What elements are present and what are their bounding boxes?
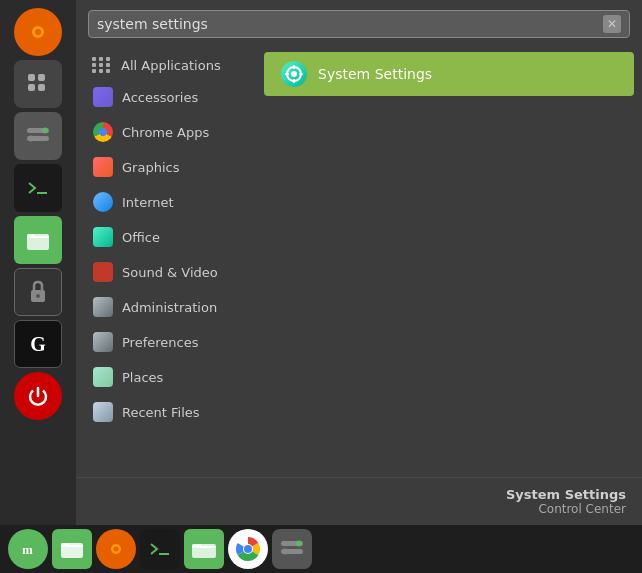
taskbar-firefox[interactable] xyxy=(96,529,136,569)
toggle-icon xyxy=(25,126,51,146)
power-icon xyxy=(26,384,50,408)
grid-icon xyxy=(92,57,111,73)
appgrid-icon xyxy=(25,71,51,97)
status-subtitle: Control Center xyxy=(538,502,626,516)
system-settings-icon xyxy=(281,61,307,87)
category-office[interactable]: Office xyxy=(80,220,252,254)
files-icon xyxy=(25,228,51,252)
toggle-tb-icon xyxy=(279,539,305,559)
category-all-applications[interactable]: All Applications xyxy=(80,51,252,79)
svg-rect-5 xyxy=(28,84,35,91)
taskbar-folder[interactable] xyxy=(184,529,224,569)
dock-files[interactable] xyxy=(14,216,62,264)
svg-text:m: m xyxy=(22,542,33,557)
category-chrome-apps[interactable]: Chrome Apps xyxy=(80,115,252,149)
recent-files-icon xyxy=(93,402,113,422)
mint-icon: m xyxy=(15,536,41,562)
svg-rect-3 xyxy=(28,74,35,81)
status-bar: System Settings Control Center xyxy=(76,477,642,525)
svg-point-14 xyxy=(36,294,40,298)
taskbar-files[interactable] xyxy=(52,529,92,569)
chrome-tb-icon xyxy=(234,535,262,563)
status-title: System Settings xyxy=(506,487,626,502)
dock-appgrid[interactable] xyxy=(14,60,62,108)
taskbar-terminal[interactable] xyxy=(140,529,180,569)
svg-rect-6 xyxy=(38,84,45,91)
terminal-tb-icon xyxy=(148,540,172,558)
category-sound-video[interactable]: Sound & Video xyxy=(80,255,252,289)
places-icon xyxy=(93,367,113,387)
svg-point-2 xyxy=(35,29,41,35)
internet-icon xyxy=(93,192,113,212)
graphics-icon xyxy=(93,157,113,177)
search-bar: system settings ✕ xyxy=(88,10,630,38)
preferences-icon xyxy=(93,332,113,352)
dock-lock[interactable] xyxy=(14,268,62,316)
svg-rect-17 xyxy=(293,65,295,69)
svg-rect-20 xyxy=(299,73,303,75)
lock-icon xyxy=(28,280,48,304)
sound-video-icon xyxy=(93,262,113,282)
office-icon xyxy=(93,227,113,247)
category-preferences[interactable]: Preferences xyxy=(80,325,252,359)
search-results: System Settings xyxy=(256,46,642,477)
result-system-settings[interactable]: System Settings xyxy=(264,52,634,96)
terminal-icon xyxy=(25,178,51,198)
svg-rect-18 xyxy=(293,79,295,83)
menu-panel: system settings ✕ All Applications xyxy=(76,0,642,525)
dock-terminal[interactable] xyxy=(14,164,62,212)
svg-rect-4 xyxy=(38,74,45,81)
taskbar-chrome[interactable] xyxy=(228,529,268,569)
dock: G xyxy=(0,0,76,525)
chrome-apps-icon xyxy=(93,122,113,142)
category-graphics[interactable]: Graphics xyxy=(80,150,252,184)
svg-point-33 xyxy=(296,541,302,547)
category-accessories[interactable]: Accessories xyxy=(80,80,252,114)
dock-firefox[interactable] xyxy=(14,8,62,56)
content-panel: All Applications Accessories Chrome Apps xyxy=(76,46,642,477)
files-tb-icon xyxy=(60,538,84,560)
svg-point-26 xyxy=(114,547,119,552)
svg-point-15 xyxy=(291,71,297,77)
firefox-tb-icon xyxy=(103,536,129,562)
dock-power[interactable] xyxy=(14,372,62,420)
category-recent-files[interactable]: Recent Files xyxy=(80,395,252,429)
svg-point-31 xyxy=(244,545,252,553)
accessories-icon xyxy=(93,87,113,107)
categories-list: All Applications Accessories Chrome Apps xyxy=(76,46,256,477)
search-input[interactable]: system settings xyxy=(97,16,603,32)
folder-tb-icon xyxy=(191,538,217,560)
dock-toggle[interactable] xyxy=(14,112,62,160)
category-internet[interactable]: Internet xyxy=(80,185,252,219)
category-administration[interactable]: Administration xyxy=(80,290,252,324)
svg-point-35 xyxy=(282,549,288,555)
search-clear-button[interactable]: ✕ xyxy=(603,15,621,33)
taskbar-mint[interactable]: m xyxy=(8,529,48,569)
svg-point-10 xyxy=(28,136,34,142)
svg-point-8 xyxy=(42,128,48,134)
category-places[interactable]: Places xyxy=(80,360,252,394)
taskbar: m xyxy=(0,525,642,573)
taskbar-toggle[interactable] xyxy=(272,529,312,569)
dock-gapp[interactable]: G xyxy=(14,320,62,368)
firefox-icon xyxy=(24,18,52,46)
svg-rect-19 xyxy=(285,73,289,75)
administration-icon xyxy=(93,297,113,317)
